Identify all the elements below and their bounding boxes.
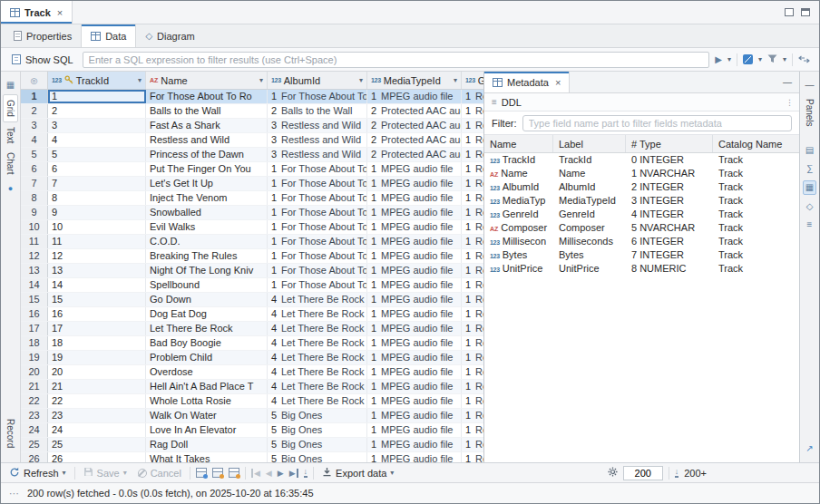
metadata-cell-label[interactable]: MediaTypeId — [553, 194, 626, 208]
cell-albumid[interactable]: 5Big Ones — [268, 438, 367, 451]
cell-albumid[interactable]: 1For Those About To — [268, 220, 367, 234]
metadata-cell-catalog[interactable]: Track — [713, 208, 799, 221]
value-viewer-panel-icon[interactable]: ▤ — [805, 144, 814, 157]
cell-trackid[interactable]: 13 — [48, 264, 146, 277]
tab-metadata[interactable]: Metadata × — [484, 72, 570, 92]
fetch-size-input[interactable] — [623, 466, 663, 480]
cell-mediatypeid[interactable]: 1MPEG audio file — [367, 220, 462, 234]
row-number[interactable]: 14 — [21, 278, 48, 292]
cell-name[interactable]: What It Takes — [146, 452, 268, 462]
table-row[interactable]: 17 17 Let There Be Rock 4Let There Be Ro… — [21, 322, 483, 336]
editor-tab-track[interactable]: Track × — [1, 1, 73, 24]
cell-mediatypeid[interactable]: 1MPEG audio file — [367, 409, 462, 422]
cell-genreid[interactable]: 1Ro — [462, 177, 483, 190]
column-menu-caret-icon[interactable]: ▾ — [138, 76, 142, 84]
metadata-cell-type[interactable]: 1 NVARCHAR — [626, 167, 713, 180]
cell-name[interactable]: Inject The Venom — [146, 191, 268, 205]
cell-genreid[interactable]: 1Ro — [462, 423, 483, 437]
metadata-row[interactable]: AZComposer Composer 5 NVARCHAR Track — [484, 221, 799, 235]
table-row[interactable]: 2 2 Balls to the Wall 2Balls to the Wall… — [21, 104, 483, 119]
cell-mediatypeid[interactable]: 1MPEG audio file — [367, 264, 462, 277]
cell-albumid[interactable]: 5Big Ones — [268, 409, 367, 422]
cell-trackid[interactable]: 22 — [48, 394, 146, 408]
cell-genreid[interactable]: 1Ro — [462, 409, 483, 422]
add-row-icon[interactable] — [212, 468, 223, 478]
cell-name[interactable]: Put The Finger On You — [146, 162, 268, 176]
metadata-cell-label[interactable]: TrackId — [553, 153, 626, 167]
metadata-cell-catalog[interactable]: Track — [713, 180, 799, 194]
row-number[interactable]: 10 — [21, 220, 48, 234]
row-number[interactable]: 19 — [21, 351, 48, 364]
sql-filter-input[interactable] — [83, 52, 710, 68]
cell-name[interactable]: Restless and Wild — [146, 133, 268, 147]
cell-albumid[interactable]: 4Let There Be Rock — [268, 307, 367, 321]
cell-genreid[interactable]: 1Ro — [462, 336, 483, 350]
table-row[interactable]: 12 12 Breaking The Rules 1For Those Abou… — [21, 249, 483, 264]
cell-name[interactable]: Evil Walks — [146, 220, 268, 234]
row-number[interactable]: 4 — [21, 133, 48, 147]
column-header-name[interactable]: AZ Name ▾ — [146, 72, 268, 89]
save-caret-icon[interactable]: ▾ — [123, 469, 127, 477]
tab-properties[interactable]: Properties — [5, 24, 81, 47]
metadata-row[interactable]: AZName Name 1 NVARCHAR Track — [484, 167, 799, 180]
cell-name[interactable]: Fast As a Shark — [146, 119, 268, 132]
cell-genreid[interactable]: 1Ro — [462, 220, 483, 234]
column-header-albumid[interactable]: 123 AlbumId ▾ — [268, 72, 367, 89]
cell-mediatypeid[interactable]: 1MPEG audio file — [367, 322, 462, 335]
refresh-button[interactable]: Refresh ▾ — [6, 467, 69, 480]
metadata-cell-name[interactable]: 123AlbumId — [484, 180, 553, 194]
cell-trackid[interactable]: 1 — [48, 90, 146, 103]
table-row[interactable]: 14 14 Spellbound 1For Those About To 1MP… — [21, 278, 483, 293]
cell-genreid[interactable]: 1Ro — [462, 162, 483, 176]
table-row[interactable]: 3 3 Fast As a Shark 3Restless and Wild 2… — [21, 119, 483, 133]
refresh-caret-icon[interactable]: ▾ — [63, 469, 66, 477]
cell-mediatypeid[interactable]: 1MPEG audio file — [367, 438, 462, 451]
row-number[interactable]: 5 — [21, 148, 48, 161]
row-number[interactable]: 23 — [21, 409, 48, 422]
row-number[interactable]: 25 — [21, 438, 48, 451]
cell-name[interactable]: Problem Child — [146, 351, 268, 364]
drag-handle-icon[interactable]: ⋮ — [786, 98, 792, 107]
metadata-cell-catalog[interactable]: Track — [713, 248, 799, 262]
cell-albumid[interactable]: 4Let There Be Rock — [268, 380, 367, 393]
metadata-cell-type[interactable]: 2 INTEGER — [626, 180, 713, 194]
table-row[interactable]: 23 23 Walk On Water 5Big Ones 1MPEG audi… — [21, 409, 483, 423]
minimize-strip-icon[interactable]: — — [805, 79, 815, 92]
cell-name[interactable]: Bad Boy Boogie — [146, 336, 268, 350]
cell-albumid[interactable]: 3Restless and Wild — [268, 133, 367, 147]
cell-trackid[interactable]: 15 — [48, 293, 146, 306]
cell-albumid[interactable]: 5Big Ones — [268, 423, 367, 437]
cell-mediatypeid[interactable]: 2Protected AAC audio — [367, 104, 462, 118]
table-row[interactable]: 22 22 Whole Lotta Rosie 4Let There Be Ro… — [21, 394, 483, 409]
cell-name[interactable]: Breaking The Rules — [146, 249, 268, 263]
tab-data[interactable]: Data — [81, 24, 136, 47]
cell-trackid[interactable]: 16 — [48, 307, 146, 321]
cell-trackid[interactable]: 20 — [48, 365, 146, 379]
minimize-panel-icon[interactable]: — — [783, 77, 799, 87]
row-number[interactable]: 8 — [21, 191, 48, 205]
metadata-cell-name[interactable]: AZName — [484, 167, 553, 180]
metadata-row[interactable]: 123AlbumId AlbumId 2 INTEGER Track — [484, 180, 799, 194]
cell-albumid[interactable]: 5Big Ones — [268, 452, 367, 462]
cell-albumid[interactable]: 1For Those About To — [268, 191, 367, 205]
apply-filter-caret-icon[interactable]: ▾ — [727, 55, 731, 63]
cell-albumid[interactable]: 1For Those About To — [268, 235, 367, 248]
cell-albumid[interactable]: 1For Those About To — [268, 162, 367, 176]
cell-mediatypeid[interactable]: 1MPEG audio file — [367, 162, 462, 176]
table-row[interactable]: 10 10 Evil Walks 1For Those About To 1MP… — [21, 220, 483, 235]
presentation-tab-grid[interactable]: Grid — [3, 94, 18, 122]
cell-mediatypeid[interactable]: 1MPEG audio file — [367, 235, 462, 248]
cell-genreid[interactable]: 1Ro — [462, 90, 483, 103]
edit-value-panel-icon[interactable] — [196, 468, 207, 478]
cell-genreid[interactable]: 1Ro — [462, 293, 483, 306]
cell-trackid[interactable]: 7 — [48, 177, 146, 190]
record-mode-toggle[interactable]: Record — [4, 414, 17, 452]
cell-trackid[interactable]: 3 — [48, 119, 146, 132]
cell-mediatypeid[interactable]: 1MPEG audio file — [367, 177, 462, 190]
presentation-tab-text[interactable]: Text — [4, 122, 17, 148]
metadata-cell-type[interactable]: 6 INTEGER — [626, 235, 713, 248]
column-menu-caret-icon[interactable]: ▾ — [259, 76, 263, 84]
metadata-cell-catalog[interactable]: Track — [713, 221, 799, 235]
cell-mediatypeid[interactable]: 2Protected AAC audio — [367, 148, 462, 161]
cell-name[interactable]: Whole Lotta Rosie — [146, 394, 268, 408]
